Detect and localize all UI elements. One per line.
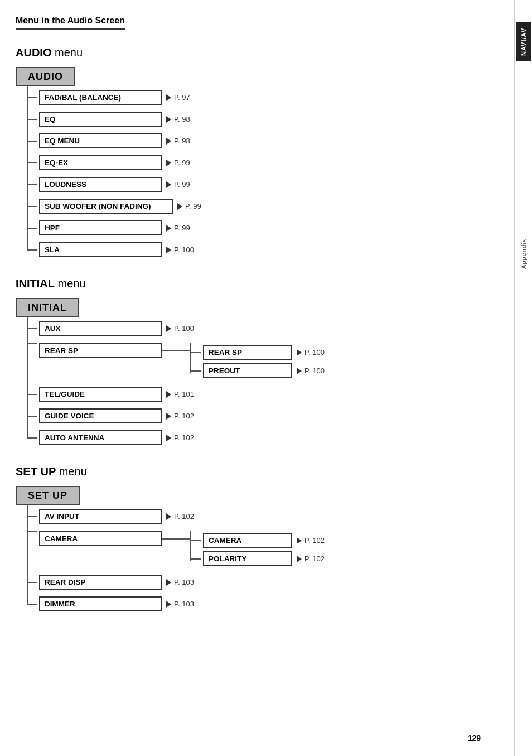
arrow-icon — [166, 391, 171, 398]
arrow-icon — [166, 94, 171, 101]
setup-heading-bold: SET UP — [16, 465, 56, 478]
arrow-icon — [166, 247, 171, 253]
arrow-icon — [166, 435, 171, 441]
list-item: CAMERA CAMERA P. 102 — [27, 527, 492, 571]
arrow-icon — [166, 513, 171, 520]
list-item: GUIDE VOICE P. 102 — [27, 405, 492, 427]
arrow-icon — [297, 368, 302, 374]
arrow-icon — [166, 325, 171, 332]
camera-sub-tree: CAMERA P. 102 POLARITY P. 102 — [190, 531, 330, 568]
list-item: LOUDNESS P. 99 — [27, 174, 492, 195]
list-item: DIMMER P. 103 — [27, 593, 492, 615]
arrow-icon — [297, 537, 302, 544]
rear-sp-sub-tree: REAR SP P. 100 PREOUT P. 100 — [190, 343, 330, 380]
list-item: SUB WOOFER (NON FADING) P. 99 — [27, 195, 492, 217]
arrow-icon — [166, 601, 171, 608]
list-item: EQ MENU P. 98 — [27, 130, 492, 152]
list-item: AV INPUT P. 102 — [27, 505, 492, 527]
list-item: REAR SP REAR SP P. 100 — [27, 339, 492, 383]
list-item: REAR DISP P. 103 — [27, 571, 492, 593]
navi-av-tab: NAVI/AV — [516, 22, 531, 61]
arrow-icon — [166, 413, 171, 420]
audio-heading-bold: AUDIO — [16, 46, 51, 59]
arrow-icon — [297, 556, 302, 562]
initial-heading-normal: menu — [55, 277, 86, 290]
setup-heading-normal: menu — [56, 465, 87, 478]
list-item: CAMERA P. 102 — [190, 531, 330, 550]
audio-heading-normal: menu — [51, 46, 83, 59]
arrow-icon — [166, 181, 171, 188]
page-number: 129 — [468, 734, 481, 743]
arrow-icon — [166, 116, 171, 123]
audio-menu-tree: FAD/BAL (BALANCE) P. 97 EQ P. 98 EQ MENU — [27, 86, 492, 261]
initial-heading-bold: INITIAL — [16, 277, 55, 290]
arrow-icon — [166, 138, 171, 145]
list-item: POLARITY P. 102 — [190, 550, 330, 568]
list-item: HPF P. 99 — [27, 217, 492, 239]
setup-menu-section: SET UP menu SET UP AV INPUT P. 102 CAMER… — [16, 465, 492, 615]
page-title: Menu in the Audio Screen — [16, 16, 125, 25]
initial-menu-tree: AUX P. 100 REAR SP — [27, 317, 492, 449]
initial-header-box: INITIAL — [16, 298, 79, 317]
arrow-icon — [166, 579, 171, 586]
list-item: EQ P. 98 — [27, 108, 492, 130]
initial-menu-section: INITIAL menu INITIAL AUX P. 100 REAR SP — [16, 277, 492, 449]
arrow-icon — [177, 203, 182, 210]
list-item: AUX P. 100 — [27, 317, 492, 339]
list-item: TEL/GUIDE P. 101 — [27, 383, 492, 405]
audio-header-box: AUDIO — [16, 67, 75, 86]
list-item: EQ-EX P. 99 — [27, 152, 492, 174]
list-item: PREOUT P. 100 — [190, 362, 330, 380]
list-item: AUTO ANTENNA P. 102 — [27, 427, 492, 449]
arrow-icon — [166, 160, 171, 166]
arrow-icon — [166, 225, 171, 232]
list-item: FAD/BAL (BALANCE) P. 97 — [27, 86, 492, 108]
side-tabs: NAVI/AV Appendix — [514, 0, 532, 756]
setup-header-box: SET UP — [16, 486, 80, 505]
arrow-icon — [297, 349, 302, 356]
appendix-tab: Appendix — [516, 233, 531, 275]
audio-menu-section: AUDIO menu AUDIO FAD/BAL (BALANCE) P. 97… — [16, 46, 492, 261]
list-item: SLA P. 100 — [27, 239, 492, 261]
setup-menu-tree: AV INPUT P. 102 CAMERA CAMERA — [27, 505, 492, 615]
list-item: REAR SP P. 100 — [190, 343, 330, 362]
